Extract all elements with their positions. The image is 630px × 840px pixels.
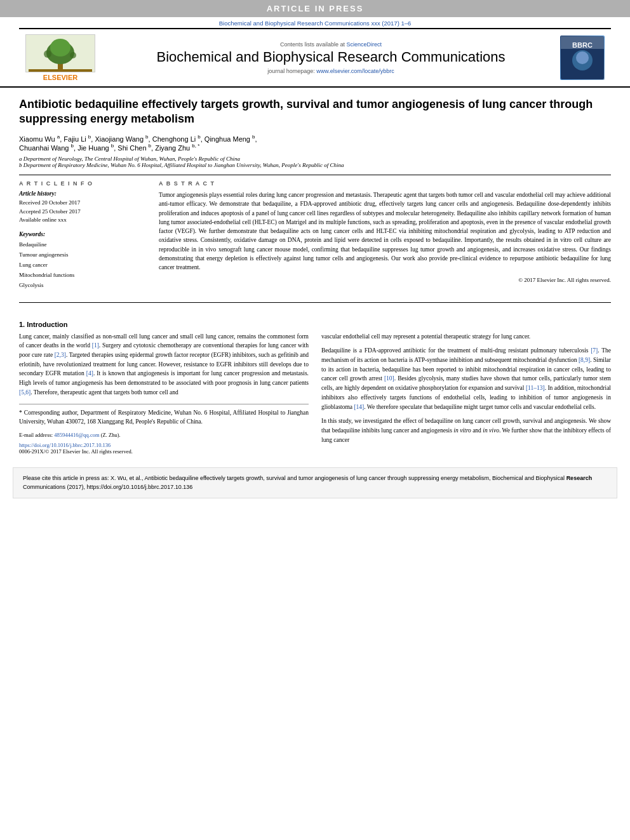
ref-5-6: [5,6] [19,389,30,396]
copyright-line: © 2017 Elsevier Inc. All rights reserved… [159,277,611,283]
author-fajiu-li: Fajiu Li b, [64,135,95,143]
article-info-column: A R T I C L E I N F O Article history: R… [19,180,146,297]
article-history-label: Article history: [19,190,146,197]
intro-heading-text: Introduction [27,321,67,328]
author-ziyang-zhu: Ziyang Zhu b, * [155,144,199,152]
author-chuanhai-wang: Chuanhai Wang b, [19,144,77,152]
svg-text:BBRC: BBRC [572,41,593,49]
keyword-lung-cancer: Lung cancer [19,260,146,270]
main-content: Antibiotic bedaquiline effectively targe… [0,88,630,314]
keywords-section: Keywords: Bedaquiline Tumour angiogenesi… [19,231,146,291]
article-divider-bottom [19,302,611,303]
article-info-heading: A R T I C L E I N F O [19,180,146,187]
keyword-bedaquiline: Bedaquiline [19,239,146,250]
intro-para-right-1: vascular endothelial cell may represent … [321,332,611,342]
keyword-glycolysis: Glycolysis [19,280,146,290]
ref-7: [7] [591,347,598,354]
svg-rect-3 [29,69,92,72]
article-accepted: Accepted 25 October 2017 [19,208,146,217]
bbrc-logo-svg: BBRC [561,36,604,79]
elsevier-label: ELSEVIER [43,74,77,81]
keywords-label: Keywords: [19,231,146,237]
ref-4: [4] [86,370,93,377]
svg-point-5 [70,52,76,58]
author-qinghua-meng: Qinghua Meng b, [204,135,257,143]
doi-link[interactable]: https://doi.org/10.1016/j.bbrc.2017.10.1… [19,442,309,448]
journal-homepage: journal homepage: www.elsevier.com/locat… [108,68,554,74]
article-divider-top [19,175,611,175]
footnote-email: E-mail address: 485944416@qq.com (Z. Zhu… [19,432,309,438]
email-link[interactable]: 485944416@qq.com [54,432,99,438]
affiliation-b: b Department of Respiratory Medicine, Wu… [19,162,611,168]
journal-title: Biochemical and Biophysical Research Com… [108,49,554,65]
intro-para-1: Lung cancer, mainly classified as non-sm… [19,332,309,397]
article-in-press-banner: ARTICLE IN PRESS [0,0,630,17]
intro-para-right-2: Bedaquiline is a FDA-approved antibiotic… [321,346,611,411]
journal-header-center: Contents lists available at ScienceDirec… [102,41,560,74]
authors-line: Xiaomu Wu a, Fajiu Li b, Xiaojiang Wang … [19,135,611,152]
author-chenghong-li: Chenghong Li b, [152,135,204,143]
citation-prefix: Please cite this article in press as: X.… [23,475,566,481]
ref-14: [14] [354,404,364,410]
citation-highlight: Research [566,475,593,481]
affiliation-a: a Department of Neurology, The Central H… [19,156,611,162]
body-two-columns: Lung cancer, mainly classified as non-sm… [19,332,611,455]
ref-8-9: [8,9] [579,357,590,363]
bbrc-logo-area: BBRC [560,36,611,80]
affiliations: a Department of Neurology, The Central H… [19,156,611,168]
journal-homepage-link[interactable]: www.elsevier.com/locate/ybbrc [316,68,394,74]
abstract-column: A B S T R A C T Tumor angiogenesis plays… [159,180,611,297]
intro-para-right-3: In this study, we investigated the effec… [321,417,611,444]
author-shi-chen: Shi Chen b, [117,144,155,152]
footnote-corresponding: * Corresponding author, Department of Re… [19,408,309,427]
abstract-text: Tumor angiogenesis plays essential roles… [159,190,611,272]
ref-2-3: [2,3] [55,352,66,358]
body-left-col: Lung cancer, mainly classified as non-sm… [19,332,309,455]
ref-11-13: [11–13] [526,385,545,391]
keywords-list: Bedaquiline Tumour angiogenesis Lung can… [19,239,146,291]
article-title: Antibiotic bedaquiline effectively targe… [19,97,611,127]
footnotes-section: * Corresponding author, Department of Re… [19,404,309,455]
elsevier-tree-svg [29,35,92,72]
article-received: Received 20 October 2017 [19,199,146,208]
svg-point-4 [44,50,51,58]
journal-header: ELSEVIER Contents lists available at Sci… [0,29,630,88]
article-info-abstract-section: A R T I C L E I N F O Article history: R… [19,180,611,297]
citation-footer: Please cite this article in press as: X.… [13,467,617,498]
sciencedirect-link[interactable]: ScienceDirect [347,41,382,48]
ref-10: [10] [384,375,394,382]
keyword-mitochondrial: Mitochondrial functions [19,270,146,280]
svg-point-2 [50,39,70,57]
elsevier-logo: ELSEVIER [19,34,102,81]
svg-point-9 [576,51,589,64]
article-available: Available online xxx [19,216,146,225]
journal-ref-line: Biochemical and Biophysical Research Com… [0,17,630,28]
issn-line: 0006-291X/© 2017 Elsevier Inc. All right… [19,448,133,455]
keyword-tumor-angiogenesis: Tumour angiogenesis [19,250,146,260]
doi-area: https://doi.org/10.1016/j.bbrc.2017.10.1… [19,442,309,455]
body-content: 1. Introduction Lung cancer, mainly clas… [0,314,630,461]
article-history-section: Article history: Received 20 October 201… [19,190,146,225]
author-xiaomu-wu: Xiaomu Wu a, [19,135,64,143]
intro-number: 1. [19,321,25,328]
abstract-heading: A B S T R A C T [159,180,611,187]
introduction-heading: 1. Introduction [19,321,611,328]
author-xiaojiang-wang: Xiaojiang Wang b, [95,135,152,143]
elsevier-tree-image [25,34,95,72]
sciencedirect-line: Contents lists available at ScienceDirec… [108,41,554,48]
elsevier-logo-area: ELSEVIER [19,34,102,81]
bbrc-logo: BBRC [560,36,605,80]
author-jie-huang: Jie Huang b, [77,144,117,152]
citation-suffix: Communications (2017), https://doi.org/1… [23,484,192,490]
body-right-col: vascular endothelial cell may represent … [321,332,611,455]
ref-1: [1] [92,342,99,349]
